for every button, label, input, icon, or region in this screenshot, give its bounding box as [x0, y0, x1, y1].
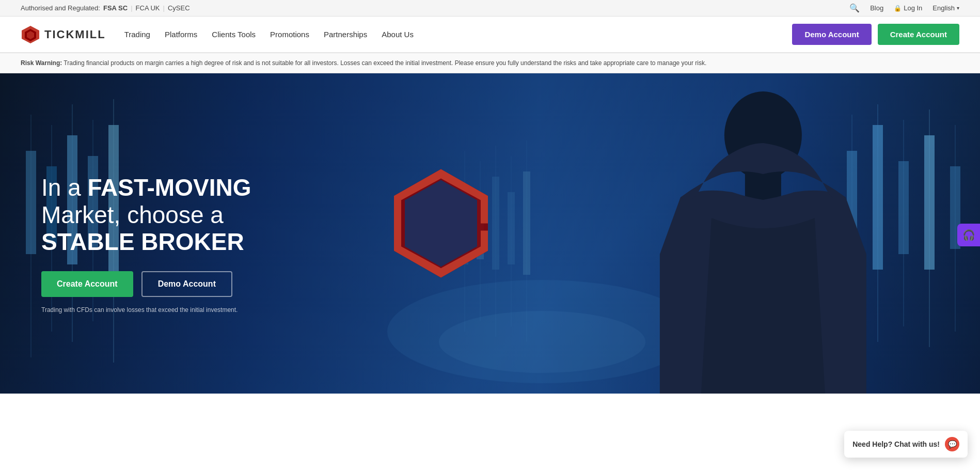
login-label: Log In: [904, 4, 922, 12]
nav-partnerships[interactable]: Partnerships: [324, 30, 367, 39]
language-selector[interactable]: English ▾: [932, 4, 959, 12]
logo-text: TICKMILL: [44, 28, 106, 41]
risk-warning-label: Risk Warning:: [21, 59, 62, 67]
hero-tagline: In a FAST-MOVING Market, choose a STABLE…: [41, 174, 251, 256]
hero-disclaimer: Trading with CFDs can involve losses tha…: [41, 306, 251, 314]
navbar: TICKMILL Trading Platforms Clients Tools…: [0, 17, 980, 53]
hero-line3: STABLE BROKER: [41, 228, 244, 255]
risk-warning-bar: Risk Warning: Trading financial products…: [0, 53, 980, 73]
nav-right: Demo Account Create Account: [792, 24, 959, 45]
hero-demo-account-button[interactable]: Demo Account: [141, 271, 232, 297]
login-link[interactable]: 🔒 Log In: [894, 4, 922, 12]
support-button[interactable]: 🎧: [957, 224, 980, 246]
nav-promotions[interactable]: Promotions: [270, 30, 309, 39]
search-icon[interactable]: 🔍: [849, 3, 860, 13]
top-bar: Authorised and Regulated: FSA SC | FCA U…: [0, 0, 980, 17]
risk-warning-text: Trading financial products on margin car…: [62, 59, 706, 67]
cysec-label: CySEC: [168, 4, 190, 12]
nav-links: Trading Platforms Clients Tools Promotio…: [124, 30, 414, 39]
person-silhouette: [441, 73, 980, 394]
fca-label: FCA UK: [136, 4, 160, 12]
nav-platforms[interactable]: Platforms: [165, 30, 197, 39]
hero-line1-light: In a: [41, 174, 88, 201]
create-account-button[interactable]: Create Account: [878, 24, 959, 45]
nav-trading[interactable]: Trading: [124, 30, 150, 39]
svg-rect-38: [745, 174, 781, 200]
hero-buttons: Create Account Demo Account: [41, 271, 251, 297]
hero-line2: Market, choose a: [41, 201, 224, 228]
nav-about-us[interactable]: About Us: [382, 30, 414, 39]
top-bar-right: 🔍 Blog 🔒 Log In English ▾: [849, 3, 959, 13]
chevron-down-icon: ▾: [957, 5, 959, 11]
hero-section: In a FAST-MOVING Market, choose a STABLE…: [0, 73, 980, 394]
regulation-info: Authorised and Regulated: FSA SC | FCA U…: [21, 4, 190, 12]
lock-icon: 🔒: [894, 5, 902, 12]
logo[interactable]: TICKMILL: [21, 25, 106, 44]
nav-left: TICKMILL Trading Platforms Clients Tools…: [21, 25, 414, 44]
fsa-label: FSA SC: [103, 4, 128, 12]
logo-icon: [21, 25, 40, 44]
demo-account-button[interactable]: Demo Account: [792, 24, 871, 45]
hero-line1-bold: FAST-MOVING: [88, 174, 251, 201]
language-label: English: [932, 4, 955, 12]
regulated-label: Authorised and Regulated:: [21, 4, 100, 12]
hero-content: In a FAST-MOVING Market, choose a STABLE…: [0, 153, 251, 314]
hero-create-account-button[interactable]: Create Account: [41, 271, 133, 297]
blog-link[interactable]: Blog: [870, 4, 883, 12]
headset-icon: 🎧: [962, 229, 975, 241]
nav-clients-tools[interactable]: Clients Tools: [212, 30, 256, 39]
